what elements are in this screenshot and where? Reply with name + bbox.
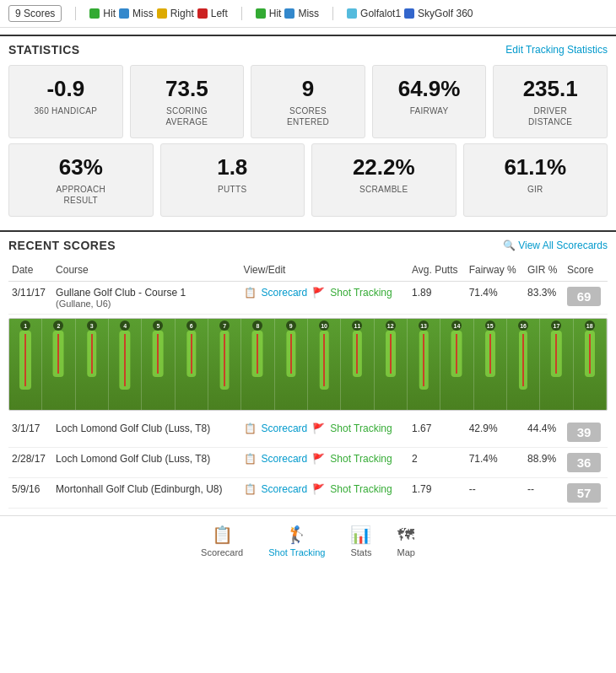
stats-icon: 📊 (350, 525, 371, 545)
hole-strip-6: 6 (176, 319, 208, 410)
cell-viewedit-1: 📋 Scorecard 🚩 Shot Tracking (240, 417, 408, 448)
stat-putts-value: 1.8 (175, 154, 291, 180)
cell-viewedit-3: 📋 Scorecard 🚩 Shot Tracking (240, 478, 408, 509)
legend-hit-miss-2: Hit Miss (256, 8, 319, 19)
left-dot (197, 8, 208, 19)
hole-strip-3: 3 (76, 319, 109, 410)
flag-icon-1: 🚩 (312, 423, 325, 434)
col-avgputts: Avg. Putts (408, 259, 466, 282)
nav-stats-label: Stats (350, 547, 371, 557)
cell-date-1: 3/1/17 (8, 417, 52, 448)
cell-date-0: 3/11/17 (8, 282, 52, 315)
scorecard-link-0[interactable]: Scorecard (262, 287, 308, 299)
recent-scores-title: RECENT SCORES (8, 239, 116, 252)
nav-shot-tracking[interactable]: 🏌 Shot Tracking (268, 525, 325, 557)
cell-course-3: Mortonhall Golf Club (Edinburgh, U8) (52, 478, 240, 509)
hole-strip-4: 4 (109, 319, 142, 410)
shot-tracking-link-2[interactable]: Shot Tracking (330, 453, 392, 465)
cell-gir-2: 88.9% (524, 448, 564, 478)
scorecard-icon: 📋 (212, 525, 233, 545)
stat-scoring-label: SCORINGAVERAGE (144, 105, 230, 127)
hole-strip-10: 10 (308, 319, 341, 410)
stat-handicap-label: 360 HANDICAP (23, 105, 109, 116)
cell-gir-0: 83.3% (524, 282, 564, 315)
scorecard-link-3[interactable]: Scorecard (262, 483, 308, 495)
divider-1 (75, 7, 76, 20)
shot-tracking-link-0[interactable]: Shot Tracking (330, 287, 392, 299)
edit-tracking-link[interactable]: Edit Tracking Statistics (505, 44, 608, 56)
col-course: Course (52, 259, 240, 282)
cell-score-3: 57 (564, 478, 608, 509)
cell-score-1: 39 (564, 417, 608, 448)
cell-fairway-0: 71.4% (466, 282, 524, 315)
stat-handicap-value: -0.9 (23, 76, 109, 102)
view-all-scorecards-link[interactable]: 🔍 View All Scorecards (503, 240, 608, 251)
scores-badge[interactable]: 9 Scores (8, 5, 62, 22)
scores-table: Date Course View/Edit Avg. Putts Fairway… (8, 259, 608, 509)
nav-scorecard[interactable]: 📋 Scorecard (201, 525, 243, 557)
divider-2 (241, 7, 242, 20)
stat-approach: 63% APPROACHRESULT (8, 143, 154, 217)
nav-map-label: Map (397, 547, 415, 557)
stat-scramble: 22.2% SCRAMBLE (311, 143, 457, 217)
stat-driver: 235.1 DRIVERDISTANCE (493, 65, 608, 138)
table-row: 5/9/16 Mortonhall Golf Club (Edinburgh, … (8, 478, 608, 509)
nav-shot-tracking-label: Shot Tracking (268, 547, 325, 557)
scorecard-icon-2: 📋 (244, 453, 257, 465)
right-dot (157, 8, 167, 19)
hole-strip-12: 12 (375, 319, 408, 410)
flag-icon-0: 🚩 (312, 287, 325, 299)
cell-score-2: 36 (564, 448, 608, 478)
cell-date-3: 5/9/16 (8, 478, 52, 509)
hit2-dot (256, 8, 266, 19)
flag-icon-3: 🚩 (312, 483, 325, 495)
hole-strip-5: 5 (142, 319, 175, 410)
stat-putts-label: PUTTS (175, 184, 291, 195)
shot-tracking-link-1[interactable]: Shot Tracking (330, 423, 392, 434)
hit-label: Hit (103, 8, 116, 19)
nav-stats[interactable]: 📊 Stats (350, 525, 371, 557)
nav-scorecard-label: Scorecard (201, 547, 243, 557)
col-score: Score (564, 259, 608, 282)
scorecard-icon-0: 📋 (244, 287, 257, 299)
left-label: Left (211, 8, 228, 19)
stat-gir-value: 61.1% (478, 154, 594, 180)
cell-course-0: Gullane Golf Club - Course 1 (Gullane, U… (52, 282, 240, 315)
hole-strip-13: 13 (408, 319, 440, 410)
cell-gir-3: -- (524, 478, 564, 509)
col-viewedit: View/Edit (240, 259, 408, 282)
account2-label: SkyGolf 360 (418, 8, 473, 19)
stat-approach-label: APPROACHRESULT (23, 184, 139, 206)
score-badge-3: 57 (567, 483, 601, 503)
stat-scramble-value: 22.2% (326, 154, 442, 180)
hit2-label: Hit (269, 8, 282, 19)
cell-course-1: Loch Lomond Golf Club (Luss, T8) (52, 417, 240, 448)
table-row: 2/28/17 Loch Lomond Golf Club (Luss, T8)… (8, 448, 608, 478)
cell-gir-1: 44.4% (524, 417, 564, 448)
nav-map[interactable]: 🗺 Map (397, 525, 415, 557)
score-badge-1: 39 (567, 423, 601, 442)
account1-dot (347, 8, 357, 19)
bottom-nav: 📋 Scorecard 🏌 Shot Tracking 📊 Stats 🗺 Ma… (0, 515, 616, 566)
stat-fairway-value: 64.9% (386, 76, 473, 102)
scorecard-link-1[interactable]: Scorecard (262, 423, 308, 434)
flag-icon-2: 🚩 (312, 453, 325, 465)
cell-avgputts-2: 2 (408, 448, 466, 478)
right-label: Right (170, 8, 194, 19)
hole-strip-16: 16 (507, 319, 540, 410)
map-icon: 🗺 (397, 525, 414, 545)
stats-row-2: 63% APPROACHRESULT 1.8 PUTTS 22.2% SCRAM… (0, 143, 616, 223)
recent-scores-section: Date Course View/Edit Avg. Putts Fairway… (0, 259, 616, 509)
scorecard-icon-3: 📋 (244, 483, 257, 495)
scores-filter[interactable]: 9 Scores (8, 5, 62, 22)
shot-tracking-link-3[interactable]: Shot Tracking (330, 483, 392, 495)
hole-strip-18: 18 (574, 319, 607, 410)
scorecard-link-2[interactable]: Scorecard (262, 453, 308, 465)
stat-scoring: 73.5 SCORINGAVERAGE (130, 65, 245, 138)
score-badge-2: 36 (567, 453, 601, 472)
stat-driver-label: DRIVERDISTANCE (507, 105, 593, 127)
cell-viewedit-2: 📋 Scorecard 🚩 Shot Tracking (240, 448, 408, 478)
stat-handicap: -0.9 360 HANDICAP (8, 65, 123, 138)
hole-strip-2: 2 (42, 319, 75, 410)
stat-driver-value: 235.1 (507, 76, 593, 102)
